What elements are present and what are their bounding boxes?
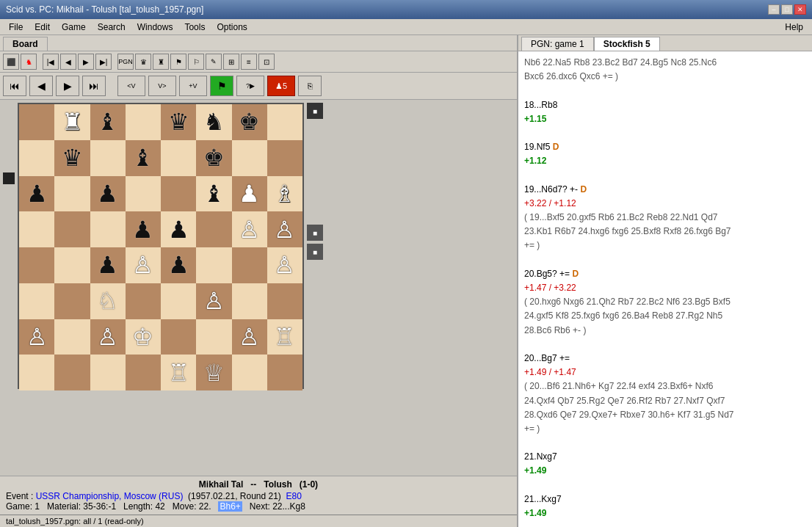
toolbar-icon9[interactable]: ⊡ <box>258 54 275 70</box>
cell-h4[interactable]: ♙ <box>267 247 302 283</box>
cell-g5[interactable]: ♙ <box>232 211 267 247</box>
cell-b4[interactable] <box>54 247 90 283</box>
toolbar-last-icon[interactable]: ▶| <box>95 54 112 70</box>
cell-f4[interactable] <box>196 247 231 283</box>
nav-var-prev-button[interactable]: <V <box>117 76 145 96</box>
cell-f1[interactable]: ♕ <box>196 355 231 390</box>
toolbar-icon6[interactable]: ✎ <box>206 54 222 70</box>
cell-d3[interactable] <box>126 283 161 319</box>
toolbar-first-icon[interactable]: |◀ <box>43 54 59 70</box>
nav-copy-button[interactable]: ⎘ <box>298 76 322 96</box>
nav-end-button[interactable]: ⏭ <box>82 76 106 96</box>
cell-a4[interactable] <box>19 247 54 283</box>
toolbar-next-icon[interactable]: ▶ <box>78 54 94 70</box>
cell-e2[interactable] <box>161 319 196 355</box>
maximize-button[interactable]: □ <box>781 4 793 15</box>
cell-h2[interactable]: ♖ <box>267 319 302 355</box>
tab-pgn-game1[interactable]: PGN: game 1 <box>521 37 594 51</box>
cell-a3[interactable] <box>19 283 54 319</box>
menu-windows[interactable]: Windows <box>131 21 179 34</box>
cell-e1[interactable]: ♖ <box>161 355 196 390</box>
cell-e5[interactable]: ♟ <box>161 211 196 247</box>
cell-b6[interactable] <box>54 176 90 212</box>
tab-board[interactable]: Board <box>3 37 48 51</box>
cell-a2[interactable]: ♙ <box>19 319 54 355</box>
toolbar-board2-icon[interactable]: ♛ <box>135 54 151 70</box>
cell-a8[interactable] <box>19 104 54 140</box>
cell-g1[interactable] <box>232 355 267 390</box>
cell-e3[interactable] <box>161 283 196 319</box>
nav-var-next-button[interactable]: V> <box>148 76 176 96</box>
cell-b7[interactable]: ♛ <box>54 140 90 176</box>
cell-f3[interactable]: ♙ <box>196 283 231 319</box>
cell-f7[interactable]: ♚ <box>196 140 231 176</box>
event-link[interactable]: USSR Championship, Moscow (RUS) <box>36 491 184 501</box>
cell-d7[interactable]: ♝ <box>126 140 161 176</box>
cell-d5[interactable]: ♟ <box>126 211 161 247</box>
cell-f5[interactable] <box>196 211 231 247</box>
cell-h1[interactable] <box>267 355 302 390</box>
cell-e7[interactable] <box>161 140 196 176</box>
toolbar-icon4[interactable]: ⚑ <box>170 54 186 70</box>
cell-d4[interactable]: ♙ <box>126 247 161 283</box>
toolbar-pgn-icon[interactable]: PGN <box>117 54 134 70</box>
cell-f8[interactable]: ♞ <box>196 104 231 140</box>
cell-b8[interactable]: ♜ <box>54 104 90 140</box>
toolbar-icon3[interactable]: ♜ <box>153 54 169 70</box>
menu-options[interactable]: Options <box>211 21 253 34</box>
toolbar-prev-icon[interactable]: ◀ <box>60 54 76 70</box>
cell-e8[interactable]: ♛ <box>161 104 196 140</box>
menu-help[interactable]: Help <box>779 21 809 34</box>
close-button[interactable]: ✕ <box>794 4 806 15</box>
cell-h5[interactable]: ♙ <box>267 211 302 247</box>
cell-e6[interactable] <box>161 176 196 212</box>
pgn-content[interactable]: Nb6 22.Na5 Rb8 23.Bc2 Bd7 24.Bg5 Nc8 25.… <box>518 51 812 527</box>
cell-c2[interactable]: ♙ <box>90 319 126 355</box>
cell-b1[interactable] <box>54 355 90 390</box>
cell-h8[interactable] <box>267 104 302 140</box>
nav-question-button[interactable]: ?▶ <box>236 76 264 96</box>
cell-d1[interactable] <box>126 355 161 390</box>
cell-c5[interactable] <box>90 211 126 247</box>
minimize-button[interactable]: – <box>768 4 780 15</box>
menu-search[interactable]: Search <box>92 21 131 34</box>
cell-g7[interactable] <box>232 140 267 176</box>
menu-tools[interactable]: Tools <box>178 21 211 34</box>
cell-c7[interactable] <box>90 140 126 176</box>
cell-g8[interactable]: ♚ <box>232 104 267 140</box>
cell-d6[interactable] <box>126 176 161 212</box>
nav-next-button[interactable]: ▶ <box>56 76 79 96</box>
cell-h7[interactable] <box>267 140 302 176</box>
cell-b2[interactable] <box>54 319 90 355</box>
cell-g6[interactable]: ♟ <box>232 176 267 212</box>
cell-c4[interactable]: ♟ <box>90 247 126 283</box>
cell-c1[interactable] <box>90 355 126 390</box>
cell-h6[interactable]: ♗ <box>267 176 302 212</box>
menu-file[interactable]: File <box>3 21 29 34</box>
cell-e4[interactable]: ♟ <box>161 247 196 283</box>
cell-d8[interactable] <box>126 104 161 140</box>
chess-board[interactable]: ♜ ♝ ♛ ♞ ♚ ♛ ♝ ♚ <box>18 103 304 389</box>
cell-c3[interactable]: ♘ <box>90 283 126 319</box>
cell-c8[interactable]: ♝ <box>90 104 126 140</box>
toolbar-icon8[interactable]: ≡ <box>241 54 257 70</box>
cell-a5[interactable] <box>19 211 54 247</box>
cell-a7[interactable] <box>19 140 54 176</box>
cell-a6[interactable]: ♟ <box>19 176 54 212</box>
nav-score-button[interactable]: ♟5 <box>267 76 295 96</box>
nav-prev-button[interactable]: ◀ <box>29 76 53 96</box>
cell-h3[interactable] <box>267 283 302 319</box>
cell-b5[interactable] <box>54 211 90 247</box>
cell-a1[interactable] <box>19 355 54 390</box>
cell-b3[interactable] <box>54 283 90 319</box>
cell-d2[interactable]: ♔ <box>126 319 161 355</box>
nav-start-button[interactable]: ⏮ <box>3 76 26 96</box>
tab-stockfish[interactable]: Stockfish 5 <box>594 37 660 51</box>
cell-g4[interactable] <box>232 247 267 283</box>
cell-g3[interactable] <box>232 283 267 319</box>
nav-flag-button[interactable]: ⚑ <box>210 76 233 96</box>
toolbar-icon5[interactable]: ⚐ <box>188 54 204 70</box>
cell-f6[interactable]: ♝ <box>196 176 231 212</box>
menu-game[interactable]: Game <box>56 21 92 34</box>
menu-edit[interactable]: Edit <box>29 21 56 34</box>
